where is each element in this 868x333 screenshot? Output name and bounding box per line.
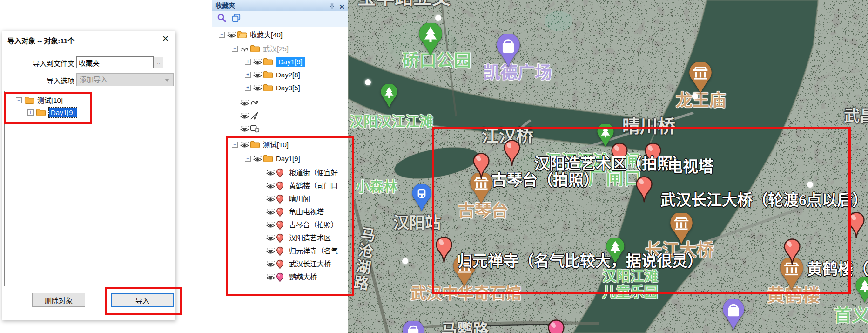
landmark-poi-marker[interactable] xyxy=(669,213,694,247)
tree-item-label[interactable]: Day1[9] xyxy=(276,154,300,163)
map-label: 首义 xyxy=(834,306,868,325)
visibility-eye-icon[interactable] xyxy=(253,84,262,94)
favorite-pin-marker[interactable] xyxy=(848,211,865,242)
tree-item-label[interactable]: 古琴台（拍照） xyxy=(289,220,338,230)
tree-item-label[interactable]: 龟山电视塔 xyxy=(289,207,324,217)
visibility-eye-icon[interactable] xyxy=(240,125,249,135)
tree-row[interactable]: 粮道街（便宜好 xyxy=(212,167,348,178)
tree-row[interactable]: −测试[10] xyxy=(212,139,348,150)
tree-item-label[interactable]: 粮道街（便宜好 xyxy=(289,168,338,177)
tree-row[interactable]: 归元禅寺（名气 xyxy=(212,245,348,257)
visibility-eye-icon[interactable] xyxy=(266,234,275,244)
visibility-eye-icon[interactable] xyxy=(266,182,275,191)
visibility-eye-icon[interactable] xyxy=(240,112,249,122)
favorites-tree[interactable]: −收藏夹[40]−武汉[25]+Day1[9]+Day2[8]+Day3[5]−… xyxy=(212,0,348,333)
visibility-eye-icon[interactable] xyxy=(266,247,275,257)
tree-item-label[interactable]: 黄鹤楼（司门口 xyxy=(289,181,338,190)
shopping-poi-marker[interactable] xyxy=(495,34,521,70)
park-poi-marker[interactable] xyxy=(417,23,444,59)
browse-button[interactable]: .. xyxy=(154,57,163,68)
tree-item-label[interactable]: 鹦鹉大桥 xyxy=(289,272,317,282)
tree-row[interactable]: +Day2[8] xyxy=(212,69,348,81)
tree-row[interactable]: 鹦鹉大桥 xyxy=(212,272,348,283)
expand-icon[interactable]: + xyxy=(27,109,34,116)
tree-row[interactable] xyxy=(212,110,348,122)
visibility-eye-icon[interactable] xyxy=(253,71,262,81)
visibility-eye-icon[interactable] xyxy=(266,260,275,270)
tree-item-label[interactable]: 武汉长江大桥 xyxy=(289,259,331,269)
park-poi-marker[interactable] xyxy=(380,84,398,110)
tree-item-label[interactable]: 武汉[25] xyxy=(263,44,289,54)
delete-object-button[interactable]: 删除对象 xyxy=(32,293,85,307)
tree-item-label[interactable]: Day3[5] xyxy=(276,83,300,93)
shape-icon xyxy=(250,124,260,135)
collapse-icon[interactable]: − xyxy=(219,32,225,38)
tree-connector xyxy=(261,162,261,276)
tree-row[interactable]: −测试[10] xyxy=(5,95,172,106)
map-label: 汉阳造艺术区（拍照） xyxy=(534,156,688,172)
search-icon[interactable] xyxy=(217,13,227,25)
tree-item-label[interactable]: 汉阳造艺术区 xyxy=(289,233,331,243)
placemark-pin-icon xyxy=(276,207,284,219)
map-label: 马鹦路 xyxy=(441,322,489,333)
map-label: 汉阳站 xyxy=(393,215,441,231)
import-option-select[interactable]: 添加导入 xyxy=(76,73,174,86)
favorite-pin-marker[interactable] xyxy=(547,319,565,333)
placemark-pin-icon xyxy=(276,246,284,258)
tree-row[interactable]: 武汉长江大桥 xyxy=(212,258,348,270)
favorite-pin-marker[interactable] xyxy=(435,236,453,267)
import-object-tree[interactable]: −测试[10]+Day1[9] xyxy=(4,91,172,286)
landmark-poi-marker[interactable] xyxy=(688,62,713,97)
folder-icon xyxy=(36,108,46,118)
tree-row[interactable]: +Day3[5] xyxy=(212,82,348,94)
tree-row[interactable]: 汉阳造艺术区 xyxy=(212,232,348,244)
tree-item-label[interactable]: 测试[10] xyxy=(263,140,289,150)
tree-row[interactable]: +Day1[9] xyxy=(5,107,172,118)
visibility-eye-icon[interactable] xyxy=(227,31,236,41)
tree-item-label[interactable]: 测试[10] xyxy=(37,95,63,105)
map-canvas[interactable]: 宝丰路立交硚口公园凯德广场龙王庙晴川桥江汉桥汉阳汉江江滩小森林汉江江滩（闸厂闸口… xyxy=(348,0,868,333)
visibility-eye-icon[interactable] xyxy=(266,208,275,217)
import-folder-input[interactable] xyxy=(76,56,154,68)
screenshot-root: { "colors":{ "annotation_red":"#EC1111",… xyxy=(0,0,868,333)
shopping-poi-marker[interactable] xyxy=(401,321,425,333)
close-icon[interactable]: ✕ xyxy=(162,34,169,43)
visibility-eye-icon[interactable] xyxy=(240,99,249,109)
favorite-pin-marker[interactable] xyxy=(472,152,490,183)
import-option-label: 导入选项 xyxy=(15,75,74,85)
visibility-eye-icon[interactable] xyxy=(266,169,275,178)
tree-row[interactable] xyxy=(212,123,348,135)
tree-row[interactable]: −收藏夹[40] xyxy=(212,29,348,41)
favorite-pin-marker[interactable] xyxy=(503,139,521,170)
tree-item-label[interactable]: Day1[9] xyxy=(49,108,77,117)
tree-item-label[interactable]: 归元禅寺（名气 xyxy=(289,246,338,256)
tree-row[interactable]: −武汉[25] xyxy=(212,43,348,54)
tree-item-label[interactable]: Day1[9] xyxy=(276,57,305,67)
clone-layers-icon[interactable] xyxy=(231,13,241,25)
tree-row[interactable]: 黄鹤楼（司门口 xyxy=(212,180,348,191)
visibility-eye-icon[interactable] xyxy=(266,221,275,231)
station-poi-marker[interactable] xyxy=(411,184,432,214)
tree-row[interactable]: +Day1[9] xyxy=(212,56,348,68)
tree-row[interactable]: 古琴台（拍照） xyxy=(212,219,348,231)
placemark-pin-icon xyxy=(276,168,284,180)
visibility-eye-icon[interactable] xyxy=(253,58,262,68)
tree-row[interactable]: −Day1[9] xyxy=(212,153,348,164)
favorite-pin-marker[interactable] xyxy=(783,238,801,269)
small-poi-dot xyxy=(807,182,813,188)
visibility-eye-icon[interactable] xyxy=(266,195,275,204)
tree-row[interactable] xyxy=(212,97,348,109)
tree-item-label[interactable]: Day2[8] xyxy=(276,70,300,80)
panel-toolbar xyxy=(212,11,348,27)
close-icon[interactable]: ✕ xyxy=(339,3,345,11)
tree-row[interactable]: 龟山电视塔 xyxy=(212,206,348,217)
park-poi-marker[interactable] xyxy=(855,277,868,306)
tree-item-label[interactable]: 收藏夹[40] xyxy=(250,30,283,40)
import-button[interactable]: 导入 xyxy=(111,293,174,307)
tree-row[interactable]: 晴川阁 xyxy=(212,193,348,204)
map-label: 黄鹤楼（ xyxy=(807,261,868,278)
shopping-poi-marker[interactable] xyxy=(721,299,746,333)
tree-item-label[interactable]: 晴川阁 xyxy=(289,194,310,204)
visibility-eye-icon[interactable] xyxy=(266,273,275,283)
favorite-pin-marker[interactable] xyxy=(635,176,653,206)
